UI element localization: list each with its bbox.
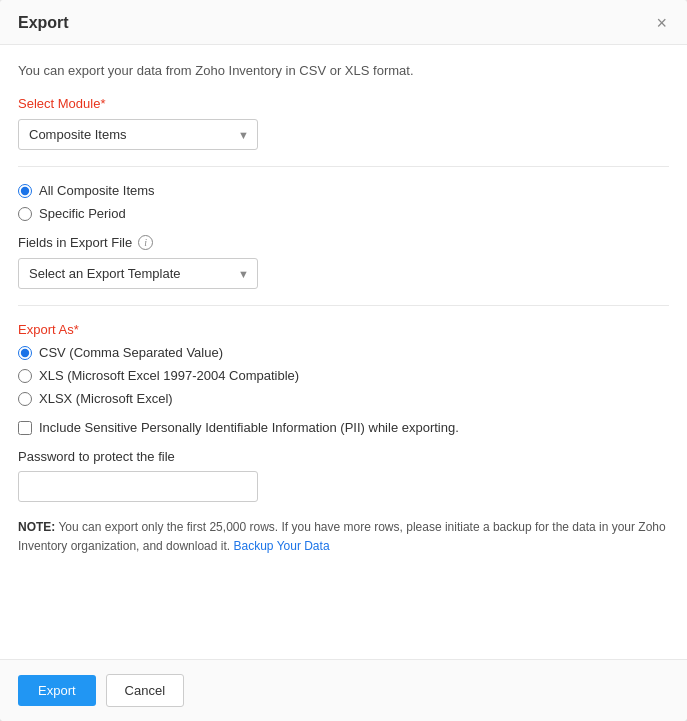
export-button[interactable]: Export: [18, 675, 96, 706]
divider-1: [18, 166, 669, 167]
divider-2: [18, 305, 669, 306]
fields-section: Fields in Export File i Select an Export…: [18, 235, 669, 289]
info-icon: i: [138, 235, 153, 250]
modal-footer: Export Cancel: [0, 659, 687, 721]
radio-xls-label: XLS (Microsoft Excel 1997-2004 Compatibl…: [39, 368, 299, 383]
radio-csv-label: CSV (Comma Separated Value): [39, 345, 223, 360]
modal-title: Export: [18, 14, 69, 32]
password-section: Password to protect the file: [18, 449, 669, 502]
template-select[interactable]: Select an Export Template Default Templa…: [18, 258, 258, 289]
radio-xls-input[interactable]: [18, 369, 32, 383]
description-text: You can export your data from Zoho Inven…: [18, 63, 669, 78]
pii-checkbox-option[interactable]: Include Sensitive Personally Identifiabl…: [18, 420, 669, 435]
radio-period-input[interactable]: [18, 207, 32, 221]
radio-xls-option[interactable]: XLS (Microsoft Excel 1997-2004 Compatibl…: [18, 368, 669, 383]
radio-period-label: Specific Period: [39, 206, 126, 221]
note-text: You can export only the first 25,000 row…: [18, 520, 666, 553]
radio-all-input[interactable]: [18, 184, 32, 198]
pii-checkbox-label: Include Sensitive Personally Identifiabl…: [39, 420, 459, 435]
radio-xlsx-option[interactable]: XLSX (Microsoft Excel): [18, 391, 669, 406]
radio-period-option[interactable]: Specific Period: [18, 206, 669, 221]
template-select-wrapper: Select an Export Template Default Templa…: [18, 258, 258, 289]
cancel-button[interactable]: Cancel: [106, 674, 184, 707]
radio-csv-input[interactable]: [18, 346, 32, 360]
fields-label: Fields in Export File: [18, 235, 132, 250]
password-input[interactable]: [18, 471, 258, 502]
module-select[interactable]: Composite Items Items Contacts: [18, 119, 258, 150]
radio-all-label: All Composite Items: [39, 183, 155, 198]
pii-checkbox-input[interactable]: [18, 421, 32, 435]
radio-xlsx-input[interactable]: [18, 392, 32, 406]
modal-body: You can export your data from Zoho Inven…: [0, 45, 687, 659]
export-as-label: Export As*: [18, 322, 669, 337]
note-keyword: NOTE:: [18, 520, 55, 534]
close-button[interactable]: ×: [654, 14, 669, 32]
note-section: NOTE: You can export only the first 25,0…: [18, 518, 669, 566]
fields-label-row: Fields in Export File i: [18, 235, 669, 250]
export-format-radio-group: CSV (Comma Separated Value) XLS (Microso…: [18, 345, 669, 406]
module-label: Select Module*: [18, 96, 669, 111]
export-as-section: Export As* CSV (Comma Separated Value) X…: [18, 322, 669, 406]
filter-radio-group: All Composite Items Specific Period: [18, 183, 669, 221]
module-select-wrapper: Composite Items Items Contacts ▼: [18, 119, 258, 150]
backup-link[interactable]: Backup Your Data: [233, 539, 329, 553]
export-modal: Export × You can export your data from Z…: [0, 0, 687, 721]
password-label: Password to protect the file: [18, 449, 669, 464]
radio-csv-option[interactable]: CSV (Comma Separated Value): [18, 345, 669, 360]
module-section: Select Module* Composite Items Items Con…: [18, 96, 669, 150]
modal-header: Export ×: [0, 0, 687, 45]
radio-xlsx-label: XLSX (Microsoft Excel): [39, 391, 173, 406]
radio-all-option[interactable]: All Composite Items: [18, 183, 669, 198]
